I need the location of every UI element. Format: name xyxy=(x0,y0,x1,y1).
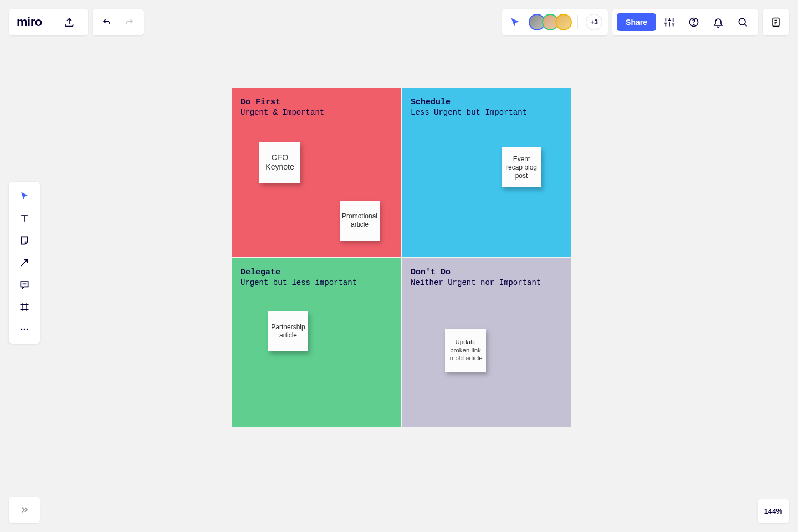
zoom-level[interactable]: 144% xyxy=(758,499,789,523)
more-tools[interactable] xyxy=(12,318,37,340)
select-tool[interactable] xyxy=(12,185,37,207)
quadrant-subtitle: Urgent but less important xyxy=(241,278,392,287)
history-panel xyxy=(93,9,144,35)
actions-panel: Share xyxy=(612,9,758,35)
sticky-note[interactable]: Update broken link in old article xyxy=(445,329,486,372)
arrow-icon xyxy=(19,257,30,268)
avatar-overflow[interactable]: +3 xyxy=(586,14,602,30)
avatar[interactable] xyxy=(555,14,572,30)
text-icon xyxy=(19,213,30,224)
quadrant-title: Don't Do xyxy=(411,268,562,277)
help-button[interactable] xyxy=(683,9,705,35)
app-logo: miro xyxy=(17,15,42,29)
comment-tool[interactable] xyxy=(12,274,37,296)
quadrant-subtitle: Less Urgent but Important xyxy=(411,108,562,117)
undo-button[interactable] xyxy=(96,9,118,35)
quadrant-dont-do[interactable]: Don't Do Neither Urgent nor Important Up… xyxy=(402,258,571,427)
svg-point-5 xyxy=(24,329,25,330)
text-tool[interactable] xyxy=(12,207,37,229)
sticky-note[interactable]: CEO Keynote xyxy=(259,142,300,183)
quadrant-title: Schedule xyxy=(411,98,562,107)
help-icon xyxy=(688,17,699,28)
quadrant-schedule[interactable]: Schedule Less Urgent but Important Event… xyxy=(402,88,571,257)
separator xyxy=(577,15,578,29)
avatar-stack[interactable] xyxy=(529,14,572,30)
redo-button[interactable] xyxy=(118,9,140,35)
sticky-tool[interactable] xyxy=(12,229,37,252)
bell-icon xyxy=(713,17,724,28)
quadrant-do-first[interactable]: Do First Urgent & Important CEO Keynote … xyxy=(232,88,401,257)
upload-icon xyxy=(64,17,75,28)
separator xyxy=(50,16,50,28)
undo-icon xyxy=(101,17,112,28)
sticky-note[interactable]: Event recap blog post xyxy=(502,147,541,187)
frame-tool[interactable] xyxy=(12,296,37,318)
quadrant-subtitle: Neither Urgent nor Important xyxy=(411,278,562,287)
cursor-icon xyxy=(19,191,30,202)
svg-point-4 xyxy=(21,329,23,330)
cursor-present-icon xyxy=(510,17,521,28)
chevron-double-right-icon xyxy=(19,504,30,515)
svg-point-1 xyxy=(693,24,694,25)
collaborators-panel: +3 xyxy=(502,9,608,35)
sliders-icon xyxy=(664,17,675,28)
presentation-cursor-button[interactable] xyxy=(508,9,523,35)
expand-toolbar-button[interactable] xyxy=(9,497,40,523)
quadrant-title: Do First xyxy=(241,98,392,107)
svg-point-6 xyxy=(27,329,28,330)
sticky-note-icon xyxy=(19,235,30,246)
search-icon xyxy=(737,17,748,28)
frame-icon xyxy=(19,301,30,313)
redo-icon xyxy=(124,17,135,28)
arrow-tool[interactable] xyxy=(12,252,37,274)
quadrant-title: Delegate xyxy=(241,268,392,277)
quadrant-subtitle: Urgent & Important xyxy=(241,108,392,117)
comment-icon xyxy=(19,279,30,290)
eisenhower-matrix[interactable]: Do First Urgent & Important CEO Keynote … xyxy=(232,88,571,427)
search-button[interactable] xyxy=(732,9,754,35)
quadrant-delegate[interactable]: Delegate Urgent but less important Partn… xyxy=(232,258,401,427)
export-button[interactable] xyxy=(58,9,80,35)
notes-icon xyxy=(770,17,781,28)
more-icon xyxy=(19,324,30,335)
sticky-note[interactable]: Partnership article xyxy=(268,311,308,351)
app-menu[interactable]: miro xyxy=(9,9,88,35)
tool-palette xyxy=(9,182,40,344)
notifications-button[interactable] xyxy=(707,9,729,35)
share-button[interactable]: Share xyxy=(617,13,656,31)
settings-button[interactable] xyxy=(658,9,681,35)
sticky-note[interactable]: Promotional article xyxy=(340,201,380,241)
notes-button[interactable] xyxy=(763,9,789,35)
svg-point-2 xyxy=(739,18,745,25)
